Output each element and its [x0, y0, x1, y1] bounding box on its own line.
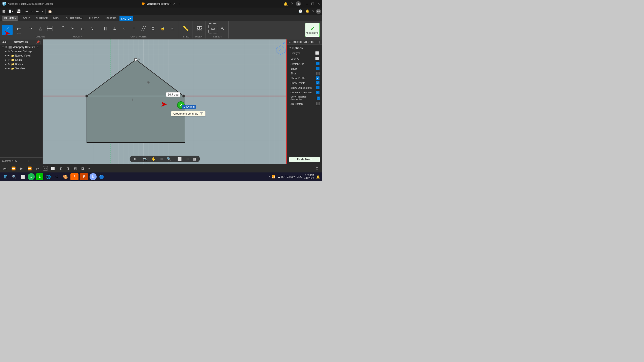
taskbar-chevron-icon[interactable]: ^	[269, 175, 270, 178]
showprojected-checkbox[interactable]	[317, 97, 320, 100]
play-begin-btn[interactable]: ⏮	[2, 166, 8, 171]
play-btn[interactable]: ▶	[19, 166, 24, 171]
redo-btn[interactable]: ↪	[34, 9, 40, 14]
select-cross-btn[interactable]: ◨	[65, 166, 71, 171]
user-icon[interactable]: PR	[316, 9, 321, 14]
showdimensions-checkbox[interactable]	[316, 86, 319, 89]
browser-item-namedviews[interactable]: ▶ 👁 📁 Named Views	[0, 54, 43, 58]
save-btn[interactable]: 💾	[15, 9, 22, 14]
triangle-btn[interactable]: △	[36, 23, 45, 33]
select-cube-btn[interactable]: ⬜	[50, 166, 56, 171]
home-view-btn[interactable]: 🏠	[47, 9, 53, 14]
slice-checkbox[interactable]	[316, 72, 319, 75]
collapse-panel-btn[interactable]: ◀◀	[2, 40, 6, 44]
parallel-constraint[interactable]: ∥∥	[101, 23, 110, 33]
equal-constraint[interactable]: =	[129, 23, 138, 33]
options-header[interactable]: ▼ Options	[287, 46, 322, 50]
grid-icon[interactable]: ⊞	[1, 9, 7, 14]
tab-close-icon[interactable]: ✕	[173, 2, 175, 6]
home-icon[interactable]: ⌂	[37, 46, 38, 49]
browser-item-sketches[interactable]: ▶ 👁 📁 Sketches	[0, 66, 43, 71]
chrome-btn[interactable]: 🌐	[45, 173, 52, 180]
paint-btn[interactable]: 🎨	[62, 173, 69, 180]
select-box-btn[interactable]: ▭	[208, 23, 217, 33]
select-rect-btn[interactable]: ▭	[43, 166, 48, 171]
eye-icon[interactable]: 👁	[5, 46, 8, 49]
spline-btn[interactable]: ∿	[87, 23, 96, 33]
palette-collapse-icon[interactable]: ●	[289, 40, 291, 43]
perp-constraint[interactable]: ⊥	[110, 23, 119, 33]
showprofile-checkbox[interactable]	[316, 76, 319, 80]
settings-btn[interactable]: ⚙	[53, 173, 60, 180]
browser-item-docsettings[interactable]: ▶ ⚙ Document Settings	[0, 49, 43, 54]
sketchgrid-checkbox[interactable]	[316, 62, 319, 65]
vp-zoom-btn[interactable]: 🔍	[166, 156, 172, 161]
expand-comments-btn[interactable]: |	[40, 159, 41, 163]
fusion2-btn[interactable]: F	[80, 173, 88, 180]
sym-constraint[interactable]: △	[168, 23, 177, 33]
tab-solid[interactable]: SOLID	[20, 16, 33, 21]
tab-surface[interactable]: SURFACE	[33, 16, 50, 21]
network-icon[interactable]: 📶	[272, 175, 275, 178]
vp-pan-btn[interactable]: ✋	[150, 156, 157, 161]
arc-btn[interactable]: ⌒	[59, 23, 68, 33]
createcontinue-checkbox[interactable]	[316, 91, 319, 94]
offset-btn[interactable]: ⊏	[78, 23, 87, 33]
nord-btn[interactable]: N	[90, 173, 97, 180]
tab-sheet-metal[interactable]: SHEET METAL	[63, 16, 86, 21]
browser-expand-btn[interactable]: |	[40, 41, 41, 44]
bell-btn[interactable]: 🔔	[304, 9, 311, 14]
tab-utilities[interactable]: UTILITIES	[102, 16, 119, 21]
file-menu-btn[interactable]: 📄▾	[7, 9, 15, 13]
rectangle-btn[interactable]: ▭ Rect	[15, 25, 24, 35]
lock-btn[interactable]: 🔒	[158, 23, 167, 33]
minimize-btn[interactable]: ─	[306, 2, 308, 6]
help-menu-btn[interactable]: ?	[311, 9, 315, 14]
browser-item-monopoly[interactable]: ▼ 👁 Monopoly Hotel v1 ⌂	[0, 45, 43, 49]
linetype-normal-icon[interactable]: ⋯	[310, 51, 314, 55]
help-icon[interactable]: ?	[291, 2, 293, 6]
start-menu-btn[interactable]: ⊞	[2, 173, 9, 180]
trim-btn[interactable]: ✂	[68, 23, 77, 33]
circle-btn[interactable]: ○	[120, 23, 129, 33]
user-badge[interactable]: PR	[296, 1, 301, 6]
browser-item-origin[interactable]: ▶ 👁 📁 Origin	[0, 58, 43, 62]
collinear-constraint[interactable]: ╱╱	[139, 23, 148, 33]
tab-plastic[interactable]: PLASTIC	[86, 16, 102, 21]
spotify-btn[interactable]: ♫	[28, 173, 35, 180]
notification-icon[interactable]: 🔔	[284, 2, 288, 6]
select-window-btn[interactable]: ◧	[58, 166, 63, 171]
tab-mesh[interactable]: MESH	[51, 16, 63, 21]
polyline-btn[interactable]: 〜	[26, 23, 35, 33]
vp-orbit-btn[interactable]: ⊞	[159, 156, 164, 161]
design-button[interactable]: DESIGN ▾	[2, 16, 18, 21]
finish-sketch-btn[interactable]: ✔ FINISH SKETCH	[305, 23, 320, 37]
finish-sketch-bottom-btn[interactable]: Finish Sketch	[289, 157, 320, 162]
search-btn[interactable]: 🔍	[11, 173, 18, 180]
fusion-btn[interactable]: F	[70, 173, 78, 180]
orientation-cube[interactable]: Z	[276, 45, 286, 55]
vp-grid-btn[interactable]: ⊞	[185, 156, 190, 161]
canvas-area[interactable]: ⊕ ⊥ ⊕ 66.7 deg ✓ 1.506 mm Create and con…	[43, 39, 287, 164]
undo-btn[interactable]: ↩	[24, 9, 30, 14]
palette-pin-btn[interactable]: |	[319, 40, 320, 43]
insert-image-btn[interactable]: 🖼	[195, 23, 204, 33]
play-back-btn[interactable]: ⏪	[10, 166, 17, 171]
clock-btn[interactable]: 🕐	[297, 9, 304, 14]
cross-constraint[interactable]: ╳	[148, 23, 157, 33]
snap-checkbox[interactable]	[316, 67, 319, 70]
select-freeform-btn[interactable]: ▸	[87, 166, 91, 171]
3dsketch-checkbox[interactable]	[316, 102, 319, 105]
app9-btn[interactable]: 🔵	[98, 173, 105, 180]
play-fwd-btn[interactable]: ⏩	[26, 166, 33, 171]
line-app-btn[interactable]: L	[36, 173, 43, 180]
tab-sketch[interactable]: SKETCH	[119, 16, 133, 21]
new-tab-icon[interactable]: ＋	[178, 2, 181, 6]
undo-dropdown[interactable]: ▾	[30, 10, 34, 13]
select-cursor-btn[interactable]: ↖	[218, 23, 227, 33]
dim-btn[interactable]: ├─┤	[45, 23, 54, 33]
linetype-construction-icon[interactable]: ⬜	[315, 51, 319, 55]
vp-env-btn[interactable]: ▤	[192, 156, 197, 161]
play-end-btn[interactable]: ⏭	[35, 166, 41, 171]
select-paint-btn[interactable]: ◪	[80, 166, 85, 171]
